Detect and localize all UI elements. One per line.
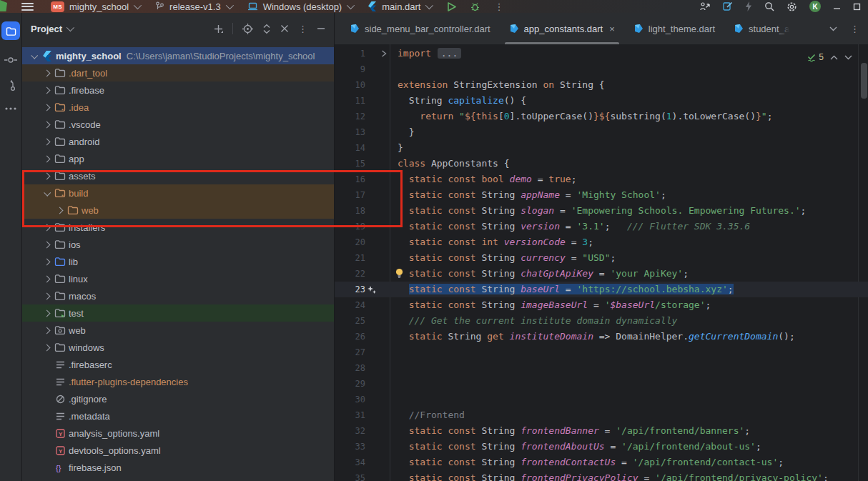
line-number[interactable]: 11 <box>335 93 365 109</box>
tab-app-constants-dart[interactable]: app_constants.dart× <box>500 13 624 44</box>
tab-side-menu-bar-controller-dart[interactable]: side_menu_bar_controller.dart <box>340 13 500 44</box>
line-number[interactable]: 16 <box>335 172 365 187</box>
code-line-35[interactable]: 35 static const String frontendPrivacyPo… <box>335 470 868 481</box>
code-line-1[interactable]: 1import ... <box>335 46 868 61</box>
line-number[interactable]: 19 <box>335 219 365 234</box>
code-line-28[interactable]: 28 <box>335 360 868 376</box>
tree-item-app[interactable]: app <box>22 150 334 167</box>
line-number[interactable]: 33 <box>335 439 365 455</box>
code-line-30[interactable]: 30 <box>335 392 868 407</box>
chevron-right-icon[interactable] <box>54 208 66 213</box>
line-number[interactable]: 23 <box>335 282 365 297</box>
hot-reload-icon[interactable] <box>745 1 752 11</box>
code-line-19[interactable]: 19 static const String version = '3.1'; … <box>335 219 868 234</box>
tree-item-web[interactable]: web <box>22 322 334 339</box>
code-line-20[interactable]: 20 static const int versionCode = 3; <box>335 234 868 250</box>
more-tool-windows-icon[interactable] <box>5 107 16 110</box>
devtools-icon[interactable] <box>723 1 733 11</box>
tree-item--idea[interactable]: *.idea <box>22 99 334 116</box>
tree-item--metadata[interactable]: .metadata <box>22 407 334 425</box>
code-line-34[interactable]: 34 static const String frontendContactUs… <box>335 455 868 470</box>
tree-item-analysis-options-yaml[interactable]: Yanalysis_options.yaml <box>22 425 334 442</box>
line-number[interactable]: 32 <box>335 423 365 439</box>
line-number[interactable]: 14 <box>335 140 365 156</box>
inspection-widget[interactable]: 5 <box>807 49 852 65</box>
chevron-down-icon[interactable] <box>66 24 74 31</box>
line-number[interactable]: 25 <box>335 313 365 329</box>
debug-button[interactable] <box>470 2 480 11</box>
code-line-17[interactable]: 17 static const String appName = 'Mighty… <box>335 187 868 203</box>
code-line-14[interactable]: 14} <box>335 140 868 156</box>
code-line-15[interactable]: 15class AppConstants { <box>335 156 868 172</box>
tree-item-android[interactable]: android <box>22 133 334 150</box>
tab-options-icon[interactable]: ⋮ <box>850 24 859 34</box>
line-number[interactable]: 10 <box>335 77 365 93</box>
line-number[interactable]: 20 <box>335 234 365 250</box>
tree-item-devtools-options-yaml[interactable]: Ydevtools_options.yaml <box>22 442 334 459</box>
code-line-29[interactable]: 29 <box>335 376 868 392</box>
code-line-12[interactable]: 12 return "${this[0].toUpperCase()}${sub… <box>335 109 868 124</box>
tree-item-lib[interactable]: lib <box>22 253 334 270</box>
collapse-all-icon[interactable] <box>280 24 289 33</box>
tree-item--firebaserc[interactable]: .firebaserc <box>22 356 334 373</box>
search-everywhere-icon[interactable] <box>764 1 774 11</box>
fold-chevron-icon[interactable] <box>378 46 390 61</box>
line-number[interactable]: 24 <box>335 297 365 313</box>
intention-bulb-icon[interactable] <box>395 268 404 279</box>
code-line-24[interactable]: 24 static const String imageBaseUrl = '$… <box>335 297 868 313</box>
line-number[interactable]: 29 <box>335 376 365 392</box>
chevron-right-icon[interactable] <box>41 328 53 333</box>
chevron-right-icon[interactable] <box>41 105 53 110</box>
code-line-32[interactable]: 32 static const String frontendBanner = … <box>335 423 868 439</box>
code-line-23[interactable]: 23 static const String baseUrl = 'https:… <box>335 282 868 297</box>
tree-item-firebase-json[interactable]: {}firebase.json <box>22 459 334 476</box>
tree-item-mighty-school[interactable]: mighty_schoolC:\Users\jaman\StudioProjec… <box>22 47 334 64</box>
line-number[interactable]: 21 <box>335 250 365 266</box>
chevron-right-icon[interactable] <box>41 225 53 230</box>
code-line-21[interactable]: 21 static const String currency = "USD"; <box>335 250 868 266</box>
tab-student-a[interactable]: student_a <box>724 13 799 44</box>
chevron-right-icon[interactable] <box>41 259 53 264</box>
line-number[interactable]: 18 <box>335 203 365 219</box>
close-icon[interactable]: × <box>609 24 615 34</box>
tree-item-web[interactable]: web <box>22 202 334 219</box>
add-icon[interactable] <box>214 24 223 34</box>
line-number[interactable]: 1 <box>335 46 365 61</box>
tree-item-build[interactable]: *build <box>22 184 334 202</box>
project-selector[interactable]: MS mighty_school <box>51 1 139 12</box>
line-number[interactable]: 31 <box>335 407 365 423</box>
tree-item--firebase[interactable]: .firebase <box>22 81 334 99</box>
run-button[interactable] <box>447 2 456 11</box>
code-line-9[interactable]: 9 <box>335 61 868 77</box>
tree-item-windows[interactable]: windows <box>22 339 334 356</box>
prev-problem-icon[interactable] <box>830 55 838 60</box>
code-line-22[interactable]: 22 static const String chatGptApiKey = '… <box>335 266 868 282</box>
window-maximize-button[interactable] <box>853 3 861 11</box>
run-config-selector[interactable]: main.dart <box>368 1 431 12</box>
line-number[interactable]: 35 <box>335 470 365 481</box>
tree-item-linux[interactable]: linux <box>22 270 334 287</box>
tree-item-assets[interactable]: assets <box>22 167 334 184</box>
tree-item-test[interactable]: test <box>22 304 334 322</box>
line-number[interactable]: 34 <box>335 455 365 470</box>
line-number[interactable]: 12 <box>335 109 365 124</box>
attach-debugger-icon[interactable] <box>700 1 711 11</box>
ai-assistant-icon[interactable] <box>365 282 378 297</box>
next-problem-icon[interactable] <box>844 55 852 60</box>
code-line-25[interactable]: 25 /// Get the current institute domain … <box>335 313 868 329</box>
code-line-33[interactable]: 33 static const String frontendAboutUs =… <box>335 439 868 455</box>
locate-file-icon[interactable] <box>242 24 253 34</box>
expand-all-icon[interactable] <box>262 24 271 34</box>
chevron-right-icon[interactable] <box>41 311 53 316</box>
scrollbar-thumb[interactable] <box>861 63 867 99</box>
chevron-down-icon[interactable] <box>41 191 53 196</box>
line-number[interactable]: 28 <box>335 360 365 376</box>
chevron-right-icon[interactable] <box>41 139 53 144</box>
tree-item-installers[interactable]: installers <box>22 219 334 236</box>
user-avatar[interactable]: K <box>809 1 821 12</box>
vcs-log-tool-window-button[interactable] <box>6 80 16 91</box>
tree-item-ios[interactable]: ios <box>22 236 334 253</box>
chevron-right-icon[interactable] <box>41 174 53 179</box>
chevron-right-icon[interactable] <box>41 294 53 299</box>
tab-list-chevron-icon[interactable] <box>829 26 837 31</box>
